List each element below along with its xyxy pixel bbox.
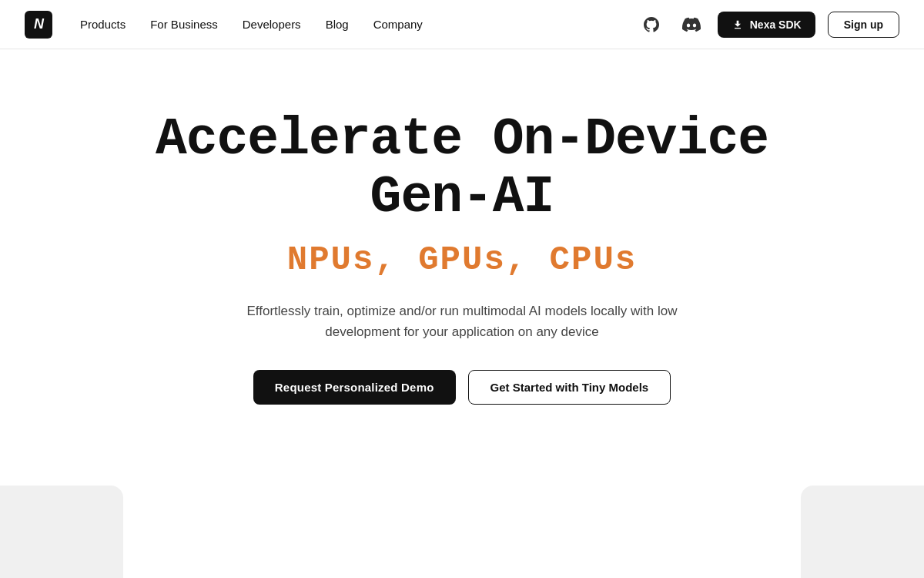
nav-item-developers[interactable]: Developers (243, 18, 301, 32)
nexa-sdk-label: Nexa SDK (750, 18, 802, 31)
hero-title: Accelerate On-Device Gen-AI (154, 111, 770, 227)
hero-buttons: Request Personalized Demo Get Started wi… (253, 370, 671, 405)
nav-link-for-business[interactable]: For Business (150, 18, 218, 31)
bg-panels (0, 486, 924, 578)
navbar: N Products For Business Developers Blog … (0, 0, 924, 49)
nav-item-products[interactable]: Products (80, 18, 126, 32)
github-button[interactable] (638, 11, 665, 39)
logo[interactable]: N (25, 11, 52, 39)
nav-link-blog[interactable]: Blog (326, 18, 349, 31)
nav-left: N Products For Business Developers Blog … (25, 11, 423, 39)
download-icon (732, 18, 744, 31)
nav-item-blog[interactable]: Blog (326, 18, 349, 32)
nav-links: Products For Business Developers Blog Co… (80, 18, 423, 32)
hero-subtitle: NPUs, GPUs, CPUs (287, 240, 637, 279)
nav-right: Nexa SDK Sign up (638, 11, 899, 39)
nav-item-for-business[interactable]: For Business (150, 18, 218, 32)
nav-item-company[interactable]: Company (373, 18, 423, 32)
request-demo-button[interactable]: Request Personalized Demo (253, 370, 456, 405)
hero-description: Effortlessly train, optimize and/or run … (231, 301, 693, 342)
bg-panel-right (801, 486, 924, 578)
nav-link-developers[interactable]: Developers (243, 18, 301, 31)
nav-link-company[interactable]: Company (373, 18, 423, 31)
discord-icon (682, 15, 701, 34)
get-started-button[interactable]: Get Started with Tiny Models (468, 370, 671, 405)
discord-button[interactable] (678, 11, 705, 39)
nav-link-products[interactable]: Products (80, 18, 126, 31)
signup-button[interactable]: Sign up (828, 12, 899, 38)
nexa-sdk-button[interactable]: Nexa SDK (718, 12, 815, 38)
hero-section: Accelerate On-Device Gen-AI NPUs, GPUs, … (0, 49, 924, 405)
bg-panel-left (0, 486, 123, 578)
github-icon (642, 15, 661, 34)
